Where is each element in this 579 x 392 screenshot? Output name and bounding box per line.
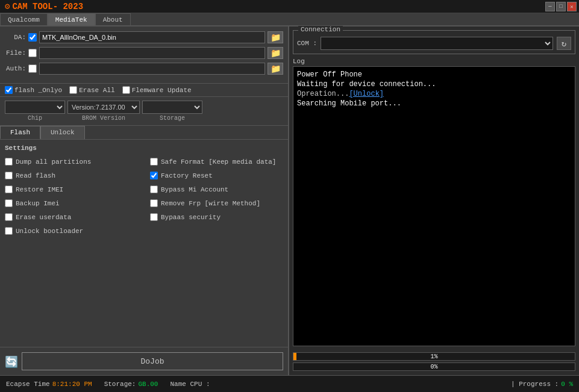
setting-label-9: Bypaas security (161, 214, 221, 221)
maximize-button[interactable]: □ (556, 2, 566, 11)
tab-mediatek[interactable]: MediaTek (48, 13, 95, 25)
option-flash-checkbox[interactable] (5, 86, 13, 94)
setting-checkbox-4[interactable] (5, 185, 13, 193)
option-flash[interactable]: flash _Onlyo (5, 86, 62, 94)
setting-item-4[interactable]: Restore IMEI (5, 185, 138, 193)
connection-row: COM : ↻ (297, 37, 571, 50)
auth-row: Auth: 📁 (5, 63, 283, 75)
option-firmware[interactable]: Flemware Update (122, 86, 192, 94)
setting-item-2[interactable]: Read flash (5, 172, 138, 179)
progress-label-text: | Progress : (511, 381, 559, 388)
ecapse-time-item: Ecapse Time 8:21:20 PM (6, 381, 92, 388)
da-input[interactable] (39, 31, 265, 43)
log-line: Searching Mobile port... (297, 99, 571, 108)
log-line: Opreation...[Unlock] (297, 90, 571, 98)
settings-grid: Dump all partitionsSafe Format [Keep med… (5, 158, 283, 235)
refresh-button[interactable]: ↻ (557, 37, 571, 50)
minimize-button[interactable]: ─ (545, 2, 555, 11)
setting-item-0[interactable]: Dump all partitions (5, 158, 138, 166)
close-button[interactable]: ✕ (567, 2, 577, 11)
log-label: Log (293, 58, 575, 65)
option-erase-checkbox[interactable] (69, 86, 77, 94)
auth-input[interactable] (39, 63, 265, 75)
setting-item-7[interactable]: Remove Frp [wirte Method] (150, 199, 283, 207)
title-text: CAM TOOL- 2023 (12, 2, 83, 11)
progress-text-1: 1% (430, 353, 437, 360)
log-section: Log Power Off PhoneWaiting for device co… (293, 58, 575, 350)
setting-item-5[interactable]: Bypass Mi Account (150, 185, 283, 193)
sub-tab-unlock[interactable]: Unlock (40, 126, 85, 139)
option-erase-label: Erase All (79, 87, 114, 94)
brom-select[interactable]: Version:7.2137.00 (67, 101, 140, 114)
setting-label-2: Read flash (16, 172, 55, 179)
progress-row-1: 1% (293, 352, 575, 361)
settings-panel: Settings Dump all partitionsSafe Format … (0, 140, 288, 347)
auth-checkbox[interactable] (28, 64, 37, 73)
storage-item: Storage: GB.00 (104, 381, 158, 388)
log-line: Power Off Phone (297, 70, 571, 79)
dojob-button[interactable]: DoJob (22, 352, 283, 370)
da-checkbox[interactable] (28, 33, 37, 42)
chip-select[interactable] (5, 101, 65, 114)
setting-checkbox-0[interactable] (5, 158, 13, 166)
com-select[interactable] (321, 37, 553, 50)
progress-item: | Progress : 0 % (511, 381, 573, 388)
progress-row-2: 0% (293, 362, 575, 371)
setting-checkbox-1[interactable] (150, 158, 158, 166)
ecapse-value: 8:21:20 PM (52, 381, 92, 388)
dojob-area: 🔄 DoJob (0, 347, 288, 375)
status-bar: Ecapse Time 8:21:20 PM Storage: GB.00 Na… (0, 375, 579, 392)
file-browse-button[interactable]: 📁 (268, 47, 283, 59)
window-controls: ─ □ ✕ (545, 2, 577, 11)
auth-browse-button[interactable]: 📁 (268, 63, 283, 75)
da-label: DA: (5, 34, 26, 41)
setting-item-1[interactable]: Safe Format [Keep media data] (150, 158, 283, 166)
file-label: File: (5, 49, 26, 57)
auth-label: Auth: (5, 65, 26, 72)
file-input[interactable] (39, 47, 265, 59)
com-label: COM : (297, 40, 317, 47)
ecapse-label: Ecapse Time (6, 381, 50, 388)
setting-checkbox-6[interactable] (5, 199, 13, 207)
menu-bar: Qualcomm MediaTek About (0, 13, 579, 26)
setting-item-6[interactable]: Backup Imei (5, 199, 138, 207)
chip-label: Chip (28, 115, 42, 122)
name-cpu-item: Name CPU : (170, 381, 212, 388)
setting-checkbox-5[interactable] (150, 185, 158, 193)
setting-checkbox-2[interactable] (5, 172, 13, 179)
file-checkbox[interactable] (28, 49, 37, 57)
setting-item-3[interactable]: Factory Reset (150, 172, 283, 179)
setting-checkbox-3[interactable] (150, 172, 158, 179)
connection-legend: Connection (298, 26, 343, 33)
chip-dropdown-group: Chip (5, 101, 65, 122)
name-cpu-label: Name CPU : (170, 381, 210, 388)
settings-title: Settings (5, 145, 283, 152)
storage-value: GB.00 (138, 381, 158, 388)
setting-label-1: Safe Format [Keep media data] (161, 158, 276, 166)
connection-section: Connection COM : ↻ (293, 30, 575, 54)
setting-label-5: Bypass Mi Account (161, 186, 228, 193)
tab-about[interactable]: About (95, 13, 131, 25)
spinner-icon: 🔄 (5, 355, 17, 367)
tab-qualcomm[interactable]: Qualcomm (0, 13, 48, 25)
storage-select[interactable] (142, 101, 202, 114)
setting-item-9[interactable]: Bypaas security (150, 213, 283, 221)
setting-label-8: Erase userdata (16, 214, 71, 221)
option-flash-label: flash _Onlyo (14, 87, 62, 94)
setting-label-10: Unlock bootloader (16, 228, 83, 235)
setting-checkbox-8[interactable] (5, 213, 13, 221)
sub-tab-flash[interactable]: Flash (0, 126, 40, 139)
setting-item-10[interactable]: Unlock bootloader (5, 227, 138, 235)
setting-checkbox-7[interactable] (150, 199, 158, 207)
setting-checkbox-10[interactable] (5, 227, 13, 235)
option-firmware-checkbox[interactable] (122, 86, 130, 94)
dropdowns-row: Chip Version:7.2137.00 BROM Version Stor… (0, 97, 288, 126)
progress-bar-2: 0% (293, 362, 575, 371)
setting-checkbox-9[interactable] (150, 213, 158, 221)
da-browse-button[interactable]: 📁 (268, 31, 283, 43)
setting-label-7: Remove Frp [wirte Method] (161, 200, 260, 207)
option-erase[interactable]: Erase All (69, 86, 114, 94)
right-panel: Connection COM : ↻ Log Power Off PhoneWa… (289, 26, 579, 375)
setting-item-8[interactable]: Erase userdata (5, 213, 138, 221)
setting-label-6: Backup Imei (16, 200, 60, 207)
